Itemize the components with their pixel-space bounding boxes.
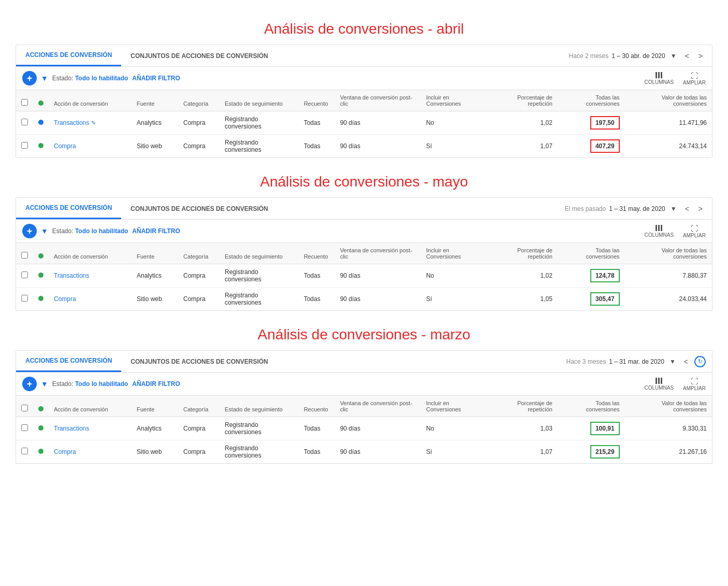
td-action-abril-0: Transactions✎ xyxy=(49,111,132,135)
th-todas-abril: Todas las conversiones xyxy=(558,90,625,111)
add-filter-link-marzo[interactable]: AÑADIR FILTRO xyxy=(132,380,180,388)
td-recuento-abril-0: Todas xyxy=(299,111,335,135)
section-title-mayo: Análisis de conversiones - mayo xyxy=(16,174,712,190)
tab-acciones-mayo[interactable]: ACCIONES DE CONVERSIÓN xyxy=(16,198,121,219)
sections-container: Análisis de conversiones - abril ACCIONE… xyxy=(16,21,712,464)
conversion-link-mayo-0[interactable]: Transactions xyxy=(54,272,89,279)
td-porcentaje-marzo-1: 1,07 xyxy=(488,440,558,464)
td-status-mayo-0: Registrando conversiones xyxy=(220,264,299,288)
td-incluir-marzo-1: Sí xyxy=(421,440,488,464)
td-source-abril-0: Analytics xyxy=(132,111,178,135)
th-check-marzo xyxy=(16,396,33,417)
row-checkbox-abril-1[interactable] xyxy=(21,142,28,149)
nav-prev-mayo[interactable]: < xyxy=(682,203,692,215)
td-category-marzo-0: Compra xyxy=(178,417,220,440)
table-header-row-marzo: Acción de conversión Fuente Categoría Es… xyxy=(16,396,712,417)
th-dot-mayo xyxy=(33,243,49,264)
td-source-abril-1: Sitio web xyxy=(132,135,178,158)
table-row-mayo-0: Transactions Analytics Compra Registrand… xyxy=(16,264,712,288)
nav-next-mayo[interactable]: > xyxy=(695,203,706,215)
edit-icon-abril-0[interactable]: ✎ xyxy=(91,120,96,126)
filter-icon-mayo[interactable]: ▼ xyxy=(41,227,48,235)
td-recuento-mayo-1: Todas xyxy=(299,288,335,311)
td-todas-marzo-0: 100,91 xyxy=(558,417,625,440)
conversion-link-mayo-1[interactable]: Compra xyxy=(54,295,76,303)
row-checkbox-mayo-0[interactable] xyxy=(21,271,28,278)
th-valor-abril: Valor de todas las conversiones xyxy=(625,90,712,111)
filter-icon-marzo[interactable]: ▼ xyxy=(41,380,48,388)
expand-button-mayo[interactable]: ⛶ AMPLIAR xyxy=(683,224,706,238)
section-title-marzo: Análisis de conversiones - marzo xyxy=(16,326,712,343)
conversion-link-abril-0[interactable]: Transactions xyxy=(54,119,89,126)
conversion-link-marzo-1[interactable]: Compra xyxy=(54,448,76,455)
th-recuento-marzo: Recuento xyxy=(299,396,335,417)
th-dot-abril xyxy=(33,90,49,111)
conversion-link-abril-1[interactable]: Compra xyxy=(54,142,76,150)
columns-button-mayo[interactable]: COLUMNAS xyxy=(644,225,674,238)
tab-conjuntos-marzo[interactable]: CONJUNTOS DE ACCIONES DE CONVERSIÓN xyxy=(121,352,277,371)
td-valor-abril-1: 24.743,14 xyxy=(625,135,712,158)
status-dot-abril-1 xyxy=(38,143,43,148)
columns-label-marzo: COLUMNAS xyxy=(644,385,674,391)
status-dot-marzo-0 xyxy=(38,425,43,431)
td-status-marzo-0: Registrando conversiones xyxy=(220,417,299,440)
date-dropdown-abril[interactable]: ▼ xyxy=(668,50,679,62)
columns-button-abril[interactable]: COLUMNAS xyxy=(644,72,674,85)
nav-prev-marzo[interactable]: < xyxy=(681,355,691,368)
add-button-abril[interactable]: + xyxy=(22,71,37,85)
td-recuento-abril-1: Todas xyxy=(299,135,335,158)
date-value-mayo: 1 – 31 may. de 2020 xyxy=(609,205,665,212)
th-recuento-abril: Recuento xyxy=(299,90,335,111)
table-header-row-mayo: Acción de conversión Fuente Categoría Es… xyxy=(16,243,712,264)
th-category-mayo: Categoría xyxy=(178,243,220,264)
add-button-mayo[interactable]: + xyxy=(22,224,37,238)
expand-button-marzo[interactable]: ⛶ AMPLIAR xyxy=(683,377,706,391)
th-source-mayo: Fuente xyxy=(132,243,178,264)
select-all-checkbox-mayo[interactable] xyxy=(21,252,28,259)
td-source-marzo-1: Sitio web xyxy=(132,440,178,464)
add-filter-link-mayo[interactable]: AÑADIR FILTRO xyxy=(132,227,180,235)
date-dropdown-mayo[interactable]: ▼ xyxy=(668,203,679,215)
table-row-marzo-0: Transactions Analytics Compra Registrand… xyxy=(16,417,712,440)
date-dropdown-marzo[interactable]: ▼ xyxy=(667,356,678,367)
th-ventana-mayo: Ventana de conversión post-clic xyxy=(335,243,421,264)
td-source-mayo-1: Sitio web xyxy=(132,288,178,311)
filter-state-mayo: Estado: Todo lo habilitado xyxy=(52,227,128,235)
filter-bar-marzo: + ▼ Estado: Todo lo habilitado AÑADIR FI… xyxy=(16,373,712,396)
td-valor-mayo-1: 24.033,44 xyxy=(625,288,712,311)
conversion-link-marzo-0[interactable]: Transactions xyxy=(54,425,89,432)
dot-indicator-marzo xyxy=(38,406,43,411)
filter-icon-abril[interactable]: ▼ xyxy=(41,74,48,82)
tab-conjuntos-abril[interactable]: CONJUNTOS DE ACCIONES DE CONVERSIÓN xyxy=(121,46,277,66)
td-check-marzo-1 xyxy=(16,440,33,464)
row-checkbox-abril-0[interactable] xyxy=(21,119,28,125)
filter-bar-abril: + ▼ Estado: Todo lo habilitado AÑADIR FI… xyxy=(16,67,712,90)
th-category-marzo: Categoría xyxy=(178,396,220,417)
td-incluir-abril-0: No xyxy=(421,111,488,135)
add-filter-link-abril[interactable]: AÑADIR FILTRO xyxy=(132,75,180,82)
row-checkbox-marzo-1[interactable] xyxy=(21,448,28,454)
td-ventana-mayo-1: 90 días xyxy=(335,288,421,311)
nav-prev-abril[interactable]: < xyxy=(682,50,692,62)
select-all-checkbox-abril[interactable] xyxy=(21,99,28,106)
td-status-mayo-1: Registrando conversiones xyxy=(220,288,299,311)
date-range-marzo: Hace 3 meses 1 – 31 mar. de 2020 ▼ < ↻ xyxy=(560,355,712,368)
tab-acciones-abril[interactable]: ACCIONES DE CONVERSIÓN xyxy=(16,45,121,66)
tab-acciones-marzo[interactable]: ACCIONES DE CONVERSIÓN xyxy=(16,351,121,372)
tab-conjuntos-mayo[interactable]: CONJUNTOS DE ACCIONES DE CONVERSIÓN xyxy=(121,199,277,219)
nav-next-abril[interactable]: > xyxy=(695,50,706,62)
td-dot-marzo-1 xyxy=(33,440,49,464)
th-status-abril: Estado de seguimiento xyxy=(220,90,299,111)
th-category-abril: Categoría xyxy=(178,90,220,111)
select-all-checkbox-marzo[interactable] xyxy=(21,405,28,411)
row-checkbox-marzo-0[interactable] xyxy=(21,424,28,431)
nav-circle-marzo[interactable]: ↻ xyxy=(694,356,706,367)
data-table-mayo: Acción de conversión Fuente Categoría Es… xyxy=(16,243,712,310)
add-button-marzo[interactable]: + xyxy=(22,377,37,391)
row-checkbox-mayo-1[interactable] xyxy=(21,295,28,302)
td-dot-abril-1 xyxy=(33,135,49,158)
columns-button-marzo[interactable]: COLUMNAS xyxy=(644,378,674,391)
table-wrapper-mayo: ACCIONES DE CONVERSIÓN CONJUNTOS DE ACCI… xyxy=(16,197,712,311)
td-porcentaje-abril-0: 1,02 xyxy=(488,111,558,135)
expand-button-abril[interactable]: ⛶ AMPLIAR xyxy=(683,72,706,85)
